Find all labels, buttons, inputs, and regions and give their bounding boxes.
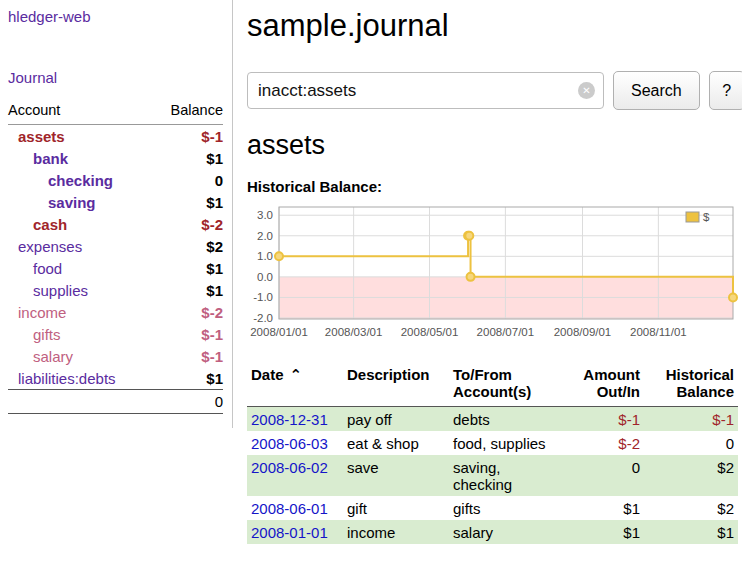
search-button[interactable]: Search xyxy=(613,71,700,110)
sidebar-account-balance: $-2 xyxy=(153,213,223,235)
sidebar-account-link[interactable]: income xyxy=(18,304,66,321)
sidebar-account-link[interactable]: gifts xyxy=(33,326,61,343)
amount-cell: $-2 xyxy=(567,431,644,455)
register-row: 2008-06-01giftgifts$1$2 xyxy=(247,496,738,520)
amount-cell: $1 xyxy=(567,496,644,520)
sidebar-account-link[interactable]: expenses xyxy=(18,238,82,255)
amount-cell: $-1 xyxy=(567,407,644,432)
description-cell: pay off xyxy=(343,407,449,432)
register-header-description: Description xyxy=(343,364,449,407)
sidebar-account-balance: $-1 xyxy=(153,323,223,345)
register-header-balance: Historical Balance xyxy=(644,364,738,407)
sidebar-account-balance: $-2 xyxy=(153,301,223,323)
svg-text:$: $ xyxy=(703,211,710,223)
accounts-cell: food, supplies xyxy=(449,431,567,455)
accounts-total-row: 0 xyxy=(8,390,223,414)
balance-cell: $-1 xyxy=(644,407,738,432)
description-cell: save xyxy=(343,455,449,496)
balance-cell: 0 xyxy=(644,431,738,455)
balance-cell: $2 xyxy=(644,496,738,520)
sidebar-account-link[interactable]: supplies xyxy=(33,282,88,299)
account-row: liabilities:debts$1 xyxy=(8,367,223,390)
sidebar-account-balance: $-1 xyxy=(153,125,223,148)
register-header-date[interactable]: Date⌃ xyxy=(247,364,343,407)
register-header-amount: Amount Out/In xyxy=(567,364,644,407)
date-cell: 2008-06-02 xyxy=(247,455,343,496)
sidebar-account-link[interactable]: salary xyxy=(33,348,73,365)
account-row: saving$1 xyxy=(8,191,223,213)
sidebar-account-balance: $1 xyxy=(153,367,223,390)
register-header-accounts: To/From Account(s) xyxy=(449,364,567,407)
register-body: 2008-12-31pay offdebts$-1$-12008-06-03ea… xyxy=(247,407,738,545)
sidebar-account-balance: $1 xyxy=(153,257,223,279)
amount-cell: $1 xyxy=(567,520,644,544)
account-row: assets$-1 xyxy=(8,125,223,148)
search-box: ✕ xyxy=(247,72,604,109)
svg-text:2008/09/01: 2008/09/01 xyxy=(554,326,612,338)
sidebar-account-balance: $1 xyxy=(153,191,223,213)
amount-cell: 0 xyxy=(567,455,644,496)
date-link[interactable]: 2008-06-01 xyxy=(251,500,328,517)
svg-text:2008/11/01: 2008/11/01 xyxy=(630,326,687,338)
date-cell: 2008-06-03 xyxy=(247,431,343,455)
sidebar: hledger-web Journal Account Balance asse… xyxy=(0,0,233,544)
date-cell: 2008-12-31 xyxy=(247,407,343,432)
svg-text:1.0: 1.0 xyxy=(257,250,273,262)
sidebar-account-link[interactable]: bank xyxy=(33,150,68,167)
sidebar-account-balance: $1 xyxy=(153,279,223,301)
accounts-body: assets$-1bank$1checking0saving$1cash$-2e… xyxy=(8,125,223,390)
date-link[interactable]: 2008-06-02 xyxy=(251,459,328,476)
sidebar-account-link[interactable]: assets xyxy=(18,128,65,145)
date-link[interactable]: 2008-12-31 xyxy=(251,411,328,428)
account-row: food$1 xyxy=(8,257,223,279)
svg-text:0.0: 0.0 xyxy=(257,271,273,283)
date-cell: 2008-06-01 xyxy=(247,496,343,520)
svg-text:2008/03/01: 2008/03/01 xyxy=(325,326,383,338)
register-row: 2008-06-03eat & shopfood, supplies$-20 xyxy=(247,431,738,455)
chart-title: Historical Balance: xyxy=(247,178,742,195)
balance-chart: 3.02.01.00.0-1.0-2.02008/01/012008/03/01… xyxy=(247,203,739,354)
sidebar-account-link[interactable]: cash xyxy=(33,216,67,233)
accounts-header-row: Account Balance xyxy=(8,102,223,125)
clear-search-icon[interactable]: ✕ xyxy=(578,82,595,99)
accounts-total-value: 0 xyxy=(153,390,223,414)
search-form: ✕ Search ? xyxy=(247,71,742,110)
account-row: supplies$1 xyxy=(8,279,223,301)
svg-text:2.0: 2.0 xyxy=(257,230,273,242)
date-cell: 2008-01-01 xyxy=(247,520,343,544)
register-row: 2008-06-02savesaving, checking0$2 xyxy=(247,455,738,496)
accounts-table: Account Balance assets$-1bank$1checking0… xyxy=(8,102,223,414)
svg-text:3.0: 3.0 xyxy=(257,209,273,221)
search-input[interactable] xyxy=(247,72,604,109)
register-header-row: Date⌃ Description To/From Account(s) Amo… xyxy=(247,364,738,407)
sidebar-account-balance: $2 xyxy=(153,235,223,257)
date-link[interactable]: 2008-01-01 xyxy=(251,524,328,541)
account-row: gifts$-1 xyxy=(8,323,223,345)
nav-journal-link[interactable]: Journal xyxy=(8,69,223,86)
svg-text:2008/01/01: 2008/01/01 xyxy=(250,326,308,338)
register-table: Date⌃ Description To/From Account(s) Amo… xyxy=(247,364,738,544)
svg-text:2008/07/01: 2008/07/01 xyxy=(477,326,535,338)
accounts-cell: salary xyxy=(449,520,567,544)
page-title: sample.journal xyxy=(247,8,742,44)
register-row: 2008-12-31pay offdebts$-1$-1 xyxy=(247,407,738,432)
account-row: bank$1 xyxy=(8,147,223,169)
sidebar-account-link[interactable]: checking xyxy=(48,172,113,189)
account-row: expenses$2 xyxy=(8,235,223,257)
balance-cell: $1 xyxy=(644,520,738,544)
sidebar-account-link[interactable]: liabilities:debts xyxy=(18,370,116,387)
sidebar-account-link[interactable]: food xyxy=(33,260,62,277)
date-link[interactable]: 2008-06-03 xyxy=(251,435,328,452)
account-row: cash$-2 xyxy=(8,213,223,235)
accounts-cell: debts xyxy=(449,407,567,432)
sidebar-account-balance: 0 xyxy=(153,169,223,191)
sidebar-account-link[interactable]: saving xyxy=(48,194,96,211)
help-button[interactable]: ? xyxy=(709,71,742,110)
sidebar-account-balance: $1 xyxy=(153,147,223,169)
svg-text:-1.0: -1.0 xyxy=(253,291,273,303)
description-cell: gift xyxy=(343,496,449,520)
accounts-total-spacer xyxy=(8,390,153,414)
account-heading: assets xyxy=(247,130,742,161)
app-title-link[interactable]: hledger-web xyxy=(8,8,223,25)
balance-cell: $2 xyxy=(644,455,738,496)
